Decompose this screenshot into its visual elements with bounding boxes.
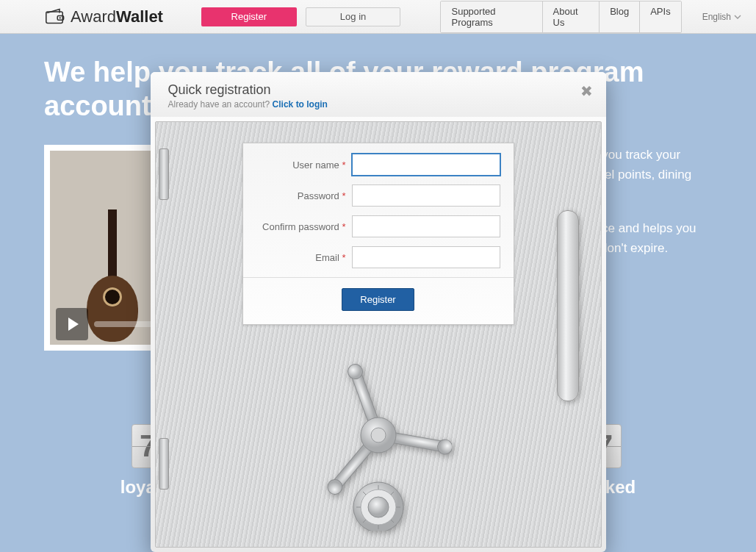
email-input[interactable] bbox=[352, 246, 500, 268]
safe-panel: User name * Password * Confirm password … bbox=[155, 121, 602, 548]
click-to-login-link[interactable]: Click to login bbox=[273, 99, 328, 110]
modal-subtext: Already have an account? bbox=[168, 99, 273, 110]
confirm-password-input[interactable] bbox=[352, 215, 500, 237]
password-input[interactable] bbox=[352, 184, 500, 207]
modal-header: Quick registration Already have an accou… bbox=[151, 72, 606, 117]
form-divider bbox=[243, 277, 514, 278]
register-submit-button[interactable]: Register bbox=[342, 288, 414, 311]
username-label: User name * bbox=[256, 159, 352, 171]
safe-wheel-icon bbox=[169, 354, 588, 534]
confirm-password-label: Confirm password * bbox=[256, 221, 352, 232]
svg-point-13 bbox=[368, 497, 389, 517]
username-input[interactable] bbox=[352, 154, 500, 176]
safe-handle-icon bbox=[557, 210, 579, 401]
quick-registration-modal: Quick registration Already have an accou… bbox=[151, 72, 606, 552]
hinge-icon bbox=[159, 148, 169, 200]
svg-point-10 bbox=[371, 428, 386, 442]
hinge-icon bbox=[159, 438, 169, 490]
modal-title: Quick registration bbox=[168, 82, 588, 98]
email-label: Email * bbox=[256, 252, 352, 263]
password-label: Password * bbox=[256, 190, 352, 201]
close-icon[interactable]: ✖ bbox=[580, 82, 593, 100]
registration-form: User name * Password * Confirm password … bbox=[242, 143, 514, 325]
modal-overlay: Quick registration Already have an accou… bbox=[0, 0, 756, 552]
